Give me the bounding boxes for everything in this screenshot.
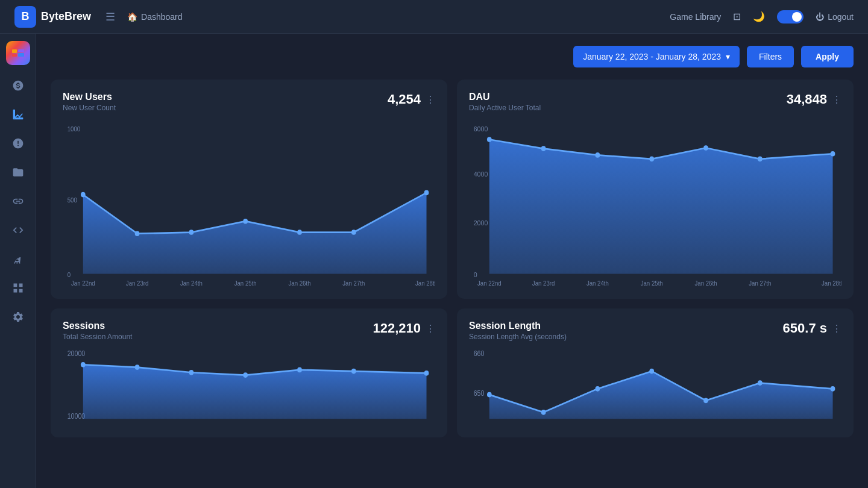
svg-point-54 — [487, 392, 492, 398]
svg-point-10 — [189, 230, 194, 235]
svg-point-60 — [831, 386, 835, 392]
game-library-link[interactable]: Game Library — [670, 12, 721, 22]
new-users-value: 4,254 — [388, 92, 421, 107]
svg-point-8 — [81, 192, 86, 198]
logo[interactable]: B ByteBrew — [14, 6, 91, 28]
new-users-more-button[interactable]: ⋮ — [426, 94, 435, 105]
svg-text:Jan 24th: Jan 24th — [587, 280, 609, 287]
session-length-value: 650.7 s — [783, 321, 827, 336]
sessions-value: 122,210 — [373, 321, 421, 336]
svg-point-11 — [243, 219, 248, 224]
session-length-header: Session Length Session Length Avg (secon… — [469, 321, 841, 341]
svg-point-56 — [596, 386, 600, 392]
nav-right: Game Library ⊡ 🌙 ⏻ Logout — [670, 10, 854, 23]
svg-text:10000: 10000 — [68, 413, 85, 421]
svg-point-13 — [351, 230, 356, 235]
new-users-header: New Users New User Count 4,254 ⋮ — [63, 92, 435, 112]
sidebar-item-links[interactable] — [5, 188, 31, 214]
sidebar-item-files[interactable] — [5, 159, 31, 186]
svg-rect-1 — [12, 54, 17, 57]
svg-rect-2 — [18, 49, 24, 52]
filters-button[interactable]: Filters — [747, 46, 794, 67]
sidebar-app-icon[interactable] — [6, 41, 30, 65]
svg-point-49 — [351, 369, 356, 374]
sidebar-item-monetization[interactable] — [5, 72, 31, 99]
svg-text:Jan 23rd: Jan 23rd — [532, 280, 555, 287]
logo-text: ByteBrew — [41, 10, 91, 23]
sidebar-item-grid[interactable] — [5, 275, 31, 301]
svg-text:Jan 28th: Jan 28th — [822, 280, 841, 287]
date-range-button[interactable]: January 22, 2023 - January 28, 2023 ▾ — [573, 46, 740, 67]
dau-value: 34,848 — [787, 92, 827, 107]
logout-icon: ⏻ — [816, 12, 824, 22]
svg-point-27 — [487, 137, 492, 142]
svg-text:20000: 20000 — [68, 350, 85, 358]
new-users-subtitle: New User Count — [63, 104, 116, 112]
dau-header: DAU Daily Active User Total 34,848 ⋮ — [469, 92, 841, 112]
svg-point-14 — [424, 190, 429, 196]
svg-point-33 — [831, 151, 835, 157]
svg-text:500: 500 — [68, 197, 77, 204]
svg-point-29 — [596, 152, 600, 158]
grid-icon[interactable]: ⊡ — [733, 11, 741, 22]
session-length-svg: 660 650 — [469, 347, 841, 425]
main-layout: January 22, 2023 - January 28, 2023 ▾ Fi… — [0, 34, 868, 488]
apply-button[interactable]: Apply — [801, 46, 854, 67]
new-users-svg: 1000 500 0 — [63, 118, 435, 287]
svg-text:6000: 6000 — [474, 125, 488, 133]
svg-point-46 — [189, 370, 194, 375]
session-length-more-button[interactable]: ⋮ — [832, 323, 841, 334]
svg-point-59 — [758, 380, 763, 386]
svg-point-31 — [703, 145, 708, 151]
new-users-card: New Users New User Count 4,254 ⋮ 1000 50… — [51, 80, 447, 299]
session-length-chart: 660 650 — [469, 347, 841, 425]
dau-chart: 6000 4000 2000 0 — [469, 118, 841, 287]
svg-marker-26 — [489, 140, 833, 274]
svg-text:Jan 28th: Jan 28th — [415, 280, 435, 287]
sidebar-item-code[interactable] — [5, 217, 31, 243]
dau-card: DAU Daily Active User Total 34,848 ⋮ 600… — [457, 80, 854, 299]
svg-text:Jan 26th: Jan 26th — [288, 280, 310, 287]
svg-text:Jan 26th: Jan 26th — [694, 280, 717, 287]
session-length-title: Session Length — [469, 321, 567, 331]
svg-text:Jan 27th: Jan 27th — [749, 280, 771, 287]
svg-text:1000: 1000 — [68, 125, 81, 133]
svg-rect-0 — [12, 49, 17, 53]
sessions-subtitle: Total Session Amount — [63, 333, 132, 341]
svg-point-48 — [297, 368, 302, 373]
sidebar-item-analytics[interactable] — [5, 101, 31, 128]
sessions-card: Sessions Total Session Amount 122,210 ⋮ … — [51, 308, 447, 437]
svg-point-30 — [649, 157, 654, 162]
sidebar-item-settings[interactable] — [5, 304, 31, 330]
theme-toggle[interactable] — [777, 10, 804, 23]
logout-button[interactable]: ⏻ Logout — [816, 12, 854, 22]
svg-text:Jan 22nd: Jan 22nd — [71, 280, 95, 287]
sessions-header: Sessions Total Session Amount 122,210 ⋮ — [63, 321, 435, 341]
svg-point-47 — [243, 372, 248, 378]
svg-point-45 — [135, 364, 140, 370]
dau-subtitle: Daily Active User Total — [469, 104, 541, 112]
sessions-title: Sessions — [63, 321, 132, 331]
hamburger-button[interactable]: ☰ — [105, 10, 115, 23]
moon-icon[interactable]: 🌙 — [753, 11, 765, 22]
svg-rect-3 — [18, 53, 24, 57]
svg-point-12 — [297, 230, 302, 235]
svg-point-55 — [541, 410, 546, 415]
svg-text:4000: 4000 — [474, 170, 488, 178]
filter-bar: January 22, 2023 - January 28, 2023 ▾ Fi… — [51, 46, 854, 67]
svg-point-50 — [424, 371, 429, 376]
session-length-card: Session Length Session Length Avg (secon… — [457, 308, 854, 437]
svg-text:650: 650 — [474, 390, 485, 398]
svg-marker-7 — [83, 193, 427, 274]
dau-more-button[interactable]: ⋮ — [832, 94, 841, 105]
sessions-more-button[interactable]: ⋮ — [426, 323, 435, 334]
svg-text:660: 660 — [474, 350, 485, 358]
sidebar — [0, 34, 36, 488]
sidebar-item-events[interactable] — [5, 130, 31, 157]
sidebar-item-balance[interactable] — [5, 246, 31, 272]
dau-svg: 6000 4000 2000 0 — [469, 118, 841, 287]
chart-grid: New Users New User Count 4,254 ⋮ 1000 50… — [51, 80, 854, 437]
svg-text:Jan 23rd: Jan 23rd — [126, 280, 149, 287]
nav-dashboard: 🏠 Dashboard — [127, 12, 183, 22]
main-content: January 22, 2023 - January 28, 2023 ▾ Fi… — [36, 34, 868, 488]
